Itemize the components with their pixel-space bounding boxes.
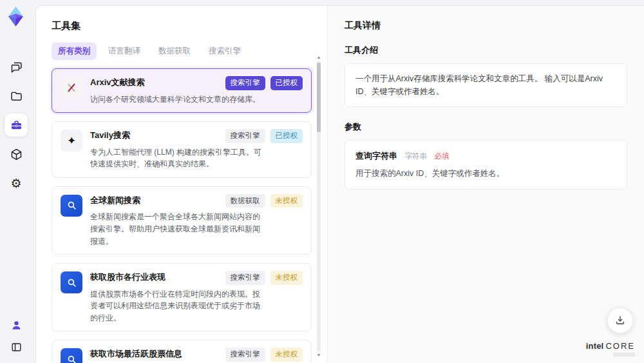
brand-core-text: core: [605, 341, 635, 351]
intro-heading: 工具介绍: [345, 44, 627, 56]
tool-description: 提供股票市场各个行业在特定时间段内的表现。投资者可以利用这些信息来识别表现优于或…: [90, 288, 265, 324]
status-badge: 未授权: [270, 348, 303, 362]
tool-card[interactable]: 获取股市各行业表现搜索引擎未授权提供股票市场各个行业在特定时间段内的表现。投资者…: [52, 263, 312, 331]
news-search-icon: [61, 195, 82, 217]
tool-name: Arxiv文献搜索: [90, 76, 145, 88]
page-title: 工具集: [52, 20, 327, 32]
intro-box: 一个用于从Arxiv存储库搜索科学论文和文章的工具。 输入可以是Arxiv ID…: [345, 63, 627, 107]
tool-name: 获取市场最活跃股票信息: [90, 348, 182, 360]
download-button[interactable]: [607, 308, 633, 333]
param-name: 查询字符串: [355, 151, 397, 161]
status-badge: 已授权: [270, 129, 303, 143]
list-scrollbar[interactable]: ▲ ▼: [316, 55, 321, 358]
stock-search-icon: [61, 271, 82, 293]
tool-detail-pane: 工具详情 工具介绍 一个用于从Arxiv存储库搜索科学论文和文章的工具。 输入可…: [327, 6, 644, 363]
param-box: 查询字符串 字符串 必填 用于搜索的Arxiv ID、关键字或作者姓名。: [345, 140, 627, 190]
tool-card[interactable]: 全球新闻搜索数据获取未授权全球新闻搜索是一个聚合全球各大新闻网站内容的搜索引擎。…: [52, 186, 312, 255]
category-badge: 数据获取: [225, 194, 265, 208]
arxiv-icon: [61, 77, 82, 99]
rail-nav: ⚙: [5, 55, 28, 195]
category-badge: 搜索引擎: [225, 129, 265, 143]
status-badge: 未授权: [270, 271, 303, 285]
main-panel: 工具集 所有类别语言翻译数据获取搜索引擎 Arxiv文献搜索搜索引擎已授权访问各…: [35, 5, 644, 363]
param-header: 查询字符串 字符串 必填: [355, 150, 616, 162]
download-icon: [614, 315, 626, 326]
user-icon[interactable]: [5, 317, 28, 333]
settings-gear-icon[interactable]: ⚙: [5, 172, 28, 195]
tavily-sparkle-icon: ✦: [61, 130, 82, 152]
tool-name: 全球新闻搜索: [90, 194, 140, 206]
toolbox-icon[interactable]: [5, 113, 28, 137]
tool-name: 获取股市各行业表现: [90, 271, 166, 283]
tab-3[interactable]: 搜索引擎: [202, 43, 247, 60]
chat-icon[interactable]: [5, 55, 28, 79]
panel-toggle-icon[interactable]: [5, 338, 28, 355]
tool-card[interactable]: 获取市场最活跃股票信息搜索引擎未授权提供当天交易量最高的股票列表，投资者可以利用…: [52, 340, 312, 363]
category-badge: 搜索引擎: [225, 348, 265, 362]
status-badge: 已授权: [270, 76, 303, 90]
param-type: 字符串: [404, 152, 427, 160]
app-logo-diamond-icon[interactable]: [5, 6, 26, 27]
intel-core-logo: intelcore: [586, 342, 635, 357]
left-rail: ⚙: [0, 0, 35, 363]
folder-icon[interactable]: [5, 84, 28, 108]
category-tabs: 所有类别语言翻译数据获取搜索引擎: [52, 43, 327, 60]
tool-card[interactable]: ✦Tavily搜索搜索引擎已授权专为人工智能代理 (LLM) 构建的搜索引擎工具…: [52, 121, 312, 178]
tool-description: 访问各个研究领域大量科学论文和文章的存储库。: [90, 93, 265, 106]
category-badge: 搜索引擎: [225, 76, 265, 90]
category-badge: 搜索引擎: [225, 271, 265, 285]
status-badge: 未授权: [270, 194, 303, 208]
tab-2[interactable]: 数据获取: [152, 43, 197, 60]
tool-name: Tavily搜索: [90, 129, 130, 141]
tab-1[interactable]: 语言翻译: [102, 43, 147, 60]
detail-title: 工具详情: [345, 20, 627, 32]
tab-all-categories[interactable]: 所有类别: [52, 43, 97, 60]
scroll-down-icon[interactable]: ▼: [316, 353, 321, 358]
brand-sub-mark: [613, 353, 635, 357]
app-window: ⚙ 工具集 所有类别语言翻译数据获取搜索引擎 Arx: [0, 0, 644, 363]
scrollbar-thumb[interactable]: [317, 63, 321, 132]
param-required-badge: 必填: [434, 152, 449, 160]
tool-description: 专为人工智能代理 (LLM) 构建的搜索引擎工具。可快速提供实时、准确和真实的结…: [90, 146, 265, 170]
package-icon[interactable]: [5, 142, 28, 166]
param-description: 用于搜索的Arxiv ID、关键字或作者姓名。: [355, 168, 616, 180]
tool-description: 全球新闻搜索是一个聚合全球各大新闻网站内容的搜索引擎。帮助用户快速获取全球最新资…: [90, 211, 265, 247]
tool-list: Arxiv文献搜索搜索引擎已授权访问各个研究领域大量科学论文和文章的存储库。✦T…: [52, 68, 327, 363]
rail-bottom: [5, 317, 28, 355]
stock-search-icon: [61, 348, 82, 363]
params-heading: 参数: [345, 121, 627, 133]
brand-intel-text: intel: [586, 341, 604, 351]
tool-card[interactable]: Arxiv文献搜索搜索引擎已授权访问各个研究领域大量科学论文和文章的存储库。: [52, 68, 312, 113]
toolset-pane: 工具集 所有类别语言翻译数据获取搜索引擎 Arxiv文献搜索搜索引擎已授权访问各…: [36, 6, 327, 363]
scroll-up-icon[interactable]: ▲: [316, 55, 321, 60]
